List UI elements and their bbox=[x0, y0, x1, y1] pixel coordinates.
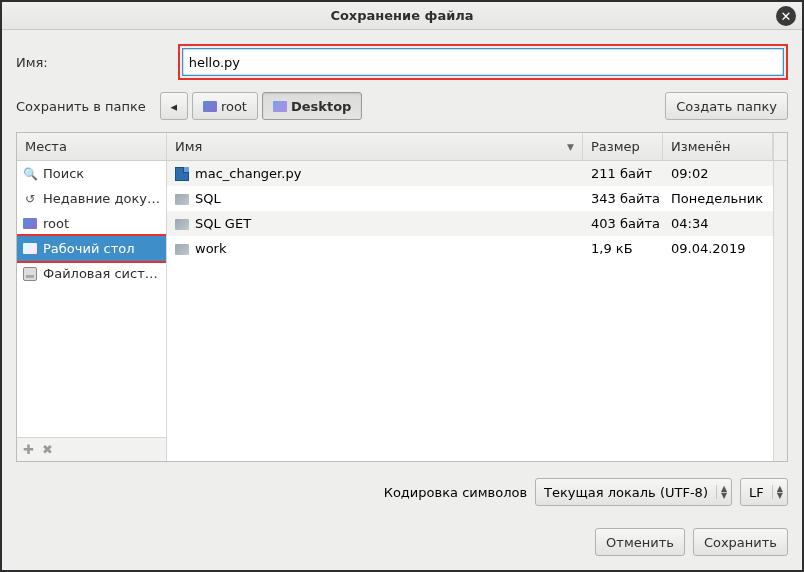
folder-icon bbox=[175, 244, 189, 255]
save-in-label: Сохранить в папке bbox=[16, 99, 146, 114]
path-segment-label: root bbox=[221, 99, 247, 114]
column-header-modified[interactable]: Изменён bbox=[663, 133, 773, 160]
path-segment-desktop[interactable]: Desktop bbox=[262, 92, 362, 120]
create-folder-label: Создать папку bbox=[676, 99, 777, 114]
file-name: work bbox=[195, 241, 226, 256]
vertical-scrollbar[interactable] bbox=[773, 161, 787, 461]
places-list: 🔍 Поиск ↺ Недавние доку… root Рабочий ст… bbox=[17, 161, 166, 437]
folder-icon bbox=[273, 101, 287, 112]
file-modified: 09:02 bbox=[671, 166, 708, 181]
search-icon: 🔍 bbox=[23, 167, 37, 181]
place-desktop[interactable]: Рабочий стол bbox=[17, 234, 166, 263]
file-modified: 09.04.2019 bbox=[671, 241, 745, 256]
file-size: 403 байта bbox=[591, 216, 660, 231]
add-place-button[interactable]: ✚ bbox=[23, 442, 34, 457]
select-spinner-icon: ▲▼ bbox=[772, 485, 783, 499]
file-row[interactable]: work1,9 кБ09.04.2019 bbox=[167, 236, 773, 261]
path-row: Сохранить в папке ◂ root Desktop Создать… bbox=[16, 92, 788, 120]
place-label: Файловая сист… bbox=[43, 266, 158, 281]
file-row[interactable]: mac_changer.py211 байт09:02 bbox=[167, 161, 773, 186]
line-ending-value: LF bbox=[749, 485, 764, 500]
encoding-select[interactable]: Текущая локаль (UTF-8) ▲▼ bbox=[535, 478, 732, 506]
path-segment-root[interactable]: root bbox=[192, 92, 258, 120]
folder-icon bbox=[175, 219, 189, 230]
column-label: Имя bbox=[175, 139, 202, 154]
cancel-button[interactable]: Отменить bbox=[595, 528, 685, 556]
titlebar: Сохранение файла ✕ bbox=[2, 2, 802, 30]
folder-icon bbox=[175, 194, 189, 205]
places-header: Места bbox=[17, 133, 166, 161]
dialog-title: Сохранение файла bbox=[330, 8, 473, 23]
column-label: Размер bbox=[591, 139, 640, 154]
line-ending-select[interactable]: LF ▲▼ bbox=[740, 478, 788, 506]
scrollbar-header-gap bbox=[773, 133, 787, 160]
path-back-button[interactable]: ◂ bbox=[160, 92, 188, 120]
folder-icon bbox=[203, 101, 217, 112]
file-name: mac_changer.py bbox=[195, 166, 301, 181]
remove-place-button[interactable]: ✖ bbox=[42, 442, 53, 457]
places-panel: Места 🔍 Поиск ↺ Недавние доку… root Рабо… bbox=[17, 133, 167, 461]
file-size: 1,9 кБ bbox=[591, 241, 633, 256]
file-browser: Места 🔍 Поиск ↺ Недавние доку… root Рабо… bbox=[16, 132, 788, 462]
chevron-left-icon: ◂ bbox=[171, 99, 178, 114]
files-panel: Имя ▼ Размер Изменён mac_changer.py211 б… bbox=[167, 133, 787, 461]
file-row[interactable]: SQL343 байтаПонедельник bbox=[167, 186, 773, 211]
python-file-icon bbox=[175, 167, 189, 181]
column-header-name[interactable]: Имя ▼ bbox=[167, 133, 583, 160]
cancel-label: Отменить bbox=[606, 535, 674, 550]
close-button[interactable]: ✕ bbox=[776, 6, 796, 26]
encoding-label: Кодировка символов bbox=[384, 485, 527, 500]
drive-icon bbox=[23, 267, 37, 281]
desktop-folder-icon bbox=[23, 242, 37, 256]
path-segment-label: Desktop bbox=[291, 99, 351, 114]
file-modified: Понедельник bbox=[671, 191, 763, 206]
place-search[interactable]: 🔍 Поиск bbox=[17, 161, 166, 186]
place-home[interactable]: root bbox=[17, 211, 166, 236]
file-size: 211 байт bbox=[591, 166, 652, 181]
files-header: Имя ▼ Размер Изменён bbox=[167, 133, 787, 161]
create-folder-button[interactable]: Создать папку bbox=[665, 92, 788, 120]
filename-input[interactable] bbox=[182, 48, 784, 76]
sort-indicator-icon: ▼ bbox=[567, 142, 574, 152]
dialog-buttons: Отменить Сохранить bbox=[2, 518, 802, 570]
filename-row: Имя: bbox=[16, 44, 788, 80]
home-folder-icon bbox=[23, 217, 37, 231]
close-icon: ✕ bbox=[781, 9, 792, 24]
filename-highlight bbox=[178, 44, 788, 80]
place-label: root bbox=[43, 216, 69, 231]
place-filesystem[interactable]: Файловая сист… bbox=[17, 261, 166, 286]
file-size: 343 байта bbox=[591, 191, 660, 206]
file-name: SQL bbox=[195, 191, 221, 206]
place-label: Недавние доку… bbox=[43, 191, 160, 206]
save-label: Сохранить bbox=[704, 535, 777, 550]
save-button[interactable]: Сохранить bbox=[693, 528, 788, 556]
column-label: Изменён bbox=[671, 139, 730, 154]
file-modified: 04:34 bbox=[671, 216, 708, 231]
places-footer: ✚ ✖ bbox=[17, 437, 166, 461]
place-label: Поиск bbox=[43, 166, 84, 181]
place-recent[interactable]: ↺ Недавние доку… bbox=[17, 186, 166, 211]
encoding-value: Текущая локаль (UTF-8) bbox=[544, 485, 708, 500]
place-label: Рабочий стол bbox=[43, 241, 134, 256]
recent-icon: ↺ bbox=[23, 192, 37, 206]
select-spinner-icon: ▲▼ bbox=[716, 485, 727, 499]
name-label: Имя: bbox=[16, 55, 48, 70]
file-name: SQL GET bbox=[195, 216, 251, 231]
files-list: mac_changer.py211 байт09:02SQL343 байтаП… bbox=[167, 161, 773, 461]
encoding-row: Кодировка символов Текущая локаль (UTF-8… bbox=[16, 474, 788, 510]
file-row[interactable]: SQL GET403 байта04:34 bbox=[167, 211, 773, 236]
column-header-size[interactable]: Размер bbox=[583, 133, 663, 160]
